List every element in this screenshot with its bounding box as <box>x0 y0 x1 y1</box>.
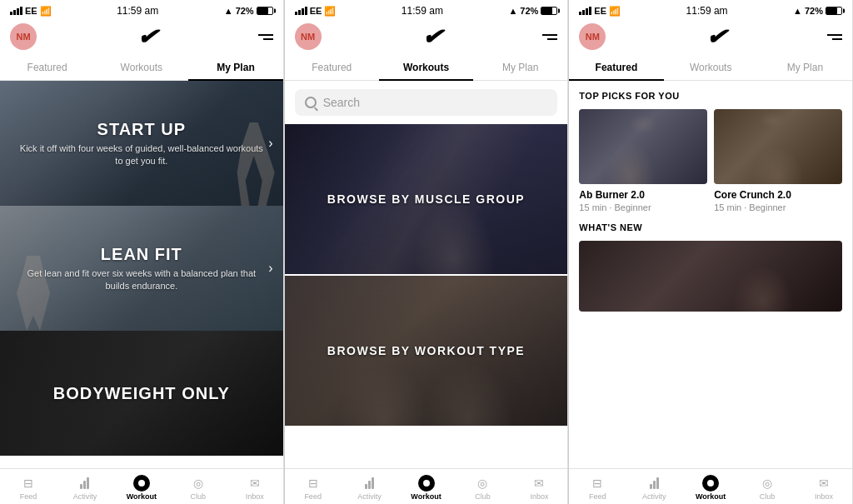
nav-label-activity-1: Activity <box>73 492 97 501</box>
nav-inbox-1[interactable]: ✉ Inbox <box>227 476 283 501</box>
pick-name-ab: Ab Burner 2.0 <box>579 189 707 201</box>
activity-icon-2 <box>362 476 378 491</box>
content-2: Search BROWSE BY MUSCLE GROUP BROWSE BY … <box>285 81 568 468</box>
battery-icon-3 <box>826 7 842 15</box>
workout-card-bodyweight[interactable]: BODYWEIGHT ONLY <box>0 331 283 456</box>
feed-icon-3: ⊟ <box>589 476 606 491</box>
inbox-icon-2: ✉ <box>531 476 547 491</box>
avatar-2[interactable]: NM <box>295 23 322 50</box>
nav-label-inbox-3: Inbox <box>815 492 833 501</box>
panel3-content: TOP PICKS FOR YOU Ab Burner 2.0 15 min ·… <box>569 81 852 468</box>
feed-icon-1: ⊟ <box>20 476 37 491</box>
nav-inbox-3[interactable]: ✉ Inbox <box>796 476 852 501</box>
status-bar-1: EE 📶 11:59 am ▲ 72% <box>0 0 283 20</box>
avatar-3[interactable]: NM <box>579 23 606 50</box>
location-icon-2: ▲ <box>508 6 517 16</box>
carrier-label-2: EE <box>310 6 322 16</box>
signal-bars-1 <box>10 7 22 15</box>
browse-muscle-card[interactable]: BROWSE BY MUSCLE GROUP <box>285 124 568 274</box>
nav-activity-1[interactable]: Activity <box>57 476 113 501</box>
nav-inbox-2[interactable]: ✉ Inbox <box>511 476 567 501</box>
whats-new-section: WHAT'S NEW <box>569 222 852 312</box>
tab-featured-2[interactable]: Featured <box>285 55 379 80</box>
activity-icon-3 <box>646 476 662 491</box>
nav-club-3[interactable]: ◎ Club <box>739 476 796 501</box>
workout-icon-3 <box>702 476 719 491</box>
pick-ab-burner[interactable]: Ab Burner 2.0 15 min · Beginner <box>579 109 707 212</box>
workout-card-startup[interactable]: START UP Kick it off with four weeks of … <box>0 81 283 206</box>
pick-img-ab <box>579 109 707 184</box>
nav-feed-1[interactable]: ⊟ Feed <box>0 476 57 501</box>
nav-activity-3[interactable]: Activity <box>626 476 682 501</box>
app-header-1: NM ✔ <box>0 20 283 55</box>
feed-icon-2: ⊟ <box>305 476 322 491</box>
whats-new-title: WHAT'S NEW <box>579 222 842 232</box>
nav-feed-3[interactable]: ⊟ Feed <box>569 476 626 501</box>
nav-club-1[interactable]: ◎ Club <box>170 476 227 501</box>
menu-icon-3[interactable] <box>827 34 842 40</box>
nav-feed-2[interactable]: ⊟ Feed <box>285 476 342 501</box>
picks-grid: Ab Burner 2.0 15 min · Beginner Core Cru… <box>579 109 842 212</box>
nav-workout-3[interactable]: Workout <box>682 476 739 501</box>
tab-myplan-2[interactable]: My Plan <box>473 55 567 80</box>
tabs-1: Featured Workouts My Plan <box>0 55 283 81</box>
nav-label-club-3: Club <box>760 492 776 501</box>
nav-workout-1[interactable]: Workout <box>113 476 170 501</box>
status-left-3: EE 📶 <box>579 6 621 17</box>
new-athlete-deco <box>579 241 842 312</box>
signal-bars-3 <box>579 7 591 15</box>
signal-bars-2 <box>295 7 307 15</box>
whats-new-image[interactable] <box>579 241 842 312</box>
tab-workouts-3[interactable]: Workouts <box>664 55 758 80</box>
nav-activity-2[interactable]: Activity <box>342 476 398 501</box>
status-left-2: EE 📶 <box>295 6 337 17</box>
nav-label-activity-2: Activity <box>357 492 382 501</box>
nike-logo-3: ✔ <box>706 24 727 50</box>
content-1: START UP Kick it off with four weeks of … <box>0 81 283 468</box>
nav-label-club-1: Club <box>191 492 207 501</box>
app-header-2: NM ✔ <box>285 20 568 55</box>
phone-panel-2: EE 📶 11:59 am ▲ 72% NM ✔ Featured Workou… <box>285 0 569 504</box>
tab-myplan-3[interactable]: My Plan <box>758 55 852 80</box>
tab-featured-1[interactable]: Featured <box>0 55 94 80</box>
card-arrow-2: › <box>268 261 272 276</box>
pick-meta-ab: 15 min · Beginner <box>579 202 707 212</box>
battery-icon-2 <box>541 7 557 15</box>
status-left-1: EE 📶 <box>10 6 52 17</box>
card-title-2: LEAN FIT <box>101 245 182 264</box>
menu-icon-1[interactable] <box>258 34 273 40</box>
tab-featured-3[interactable]: Featured <box>569 55 663 80</box>
tab-myplan-1[interactable]: My Plan <box>188 55 282 80</box>
nav-label-club-2: Club <box>475 492 491 501</box>
browse-type-card[interactable]: BROWSE BY WORKOUT TYPE <box>285 276 568 426</box>
avatar-1[interactable]: NM <box>10 23 37 50</box>
status-time-3: 11:59 am <box>686 5 728 17</box>
workout-icon-1 <box>133 476 150 491</box>
bottom-nav-1: ⊟ Feed Activity Workout ◎ Club ✉ <box>0 468 283 504</box>
nav-label-inbox-1: Inbox <box>246 492 264 501</box>
club-icon-2: ◎ <box>474 476 491 491</box>
activity-icon-1 <box>77 476 93 491</box>
search-placeholder: Search <box>323 96 360 109</box>
tab-workouts-2[interactable]: Workouts <box>379 55 473 80</box>
status-right-3: ▲ 72% <box>793 6 842 16</box>
menu-icon-2[interactable] <box>542 34 557 40</box>
pick-core-crunch[interactable]: Core Crunch 2.0 15 min · Beginner <box>714 109 842 212</box>
workout-card-leanfit[interactable]: LEAN FIT Get lean and fit over six weeks… <box>0 206 283 331</box>
tab-workouts-1[interactable]: Workouts <box>94 55 188 80</box>
ab-athlete-deco <box>579 109 707 184</box>
status-right-2: ▲ 72% <box>508 6 557 16</box>
runner-decoration-1 <box>0 81 283 206</box>
location-icon-3: ▲ <box>793 6 802 16</box>
nav-label-workout-3: Workout <box>696 492 726 501</box>
pick-img-core <box>714 109 842 184</box>
nav-club-2[interactable]: ◎ Club <box>454 476 511 501</box>
top-picks-section: TOP PICKS FOR YOU Ab Burner 2.0 15 min ·… <box>569 81 852 222</box>
search-bar[interactable]: Search <box>295 89 558 116</box>
phone-panel-1: EE 📶 11:59 am ▲ 72% NM ✔ Featured Workou… <box>0 0 284 504</box>
status-right-1: ▲ 72% <box>224 6 273 16</box>
nike-logo-2: ✔ <box>421 24 442 50</box>
inbox-icon-3: ✉ <box>816 476 832 491</box>
browse-type-title: BROWSE BY WORKOUT TYPE <box>327 344 525 357</box>
nav-workout-2[interactable]: Workout <box>398 476 455 501</box>
